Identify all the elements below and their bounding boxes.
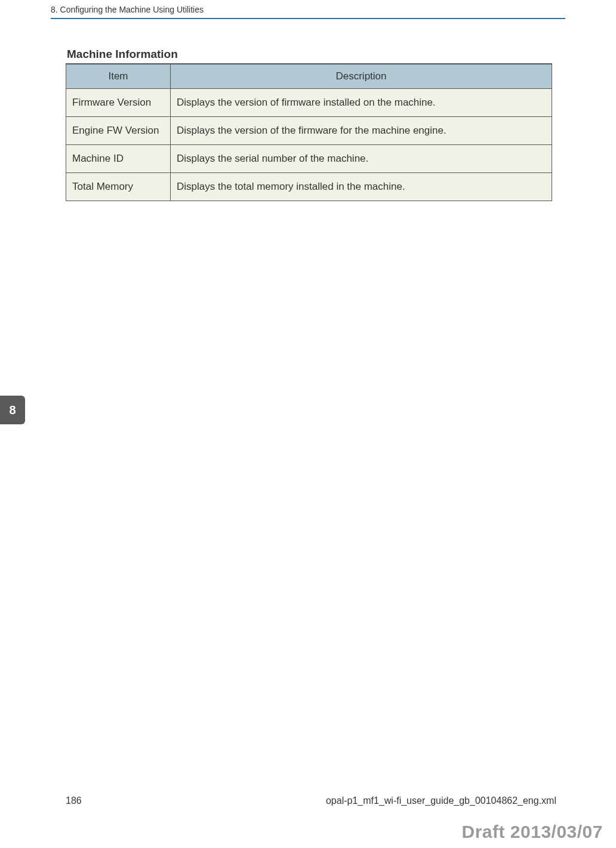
chapter-tab: 8 [0,396,25,424]
table-row: Firmware Version Displays the version of… [66,89,552,117]
cell-description: Displays the serial number of the machin… [171,145,552,173]
chapter-number: 8 [9,403,16,417]
table-row: Total Memory Displays the total memory i… [66,173,552,201]
table-row: Machine ID Displays the serial number of… [66,145,552,173]
column-header-item: Item [66,64,171,89]
footer-source-file: opal-p1_mf1_wi-fi_user_guide_gb_00104862… [326,795,556,806]
cell-item: Machine ID [66,145,171,173]
section-title-wrap: Machine Information [66,48,552,64]
column-header-description: Description [171,64,552,89]
draft-watermark: Draft 2013/03/07 [462,822,603,842]
table-row: Engine FW Version Displays the version o… [66,117,552,145]
cell-item: Total Memory [66,173,171,201]
section-title: Machine Information [66,48,552,62]
cell-description: Displays the version of firmware install… [171,89,552,117]
cell-item: Engine FW Version [66,117,171,145]
machine-info-table: Item Description Firmware Version Displa… [66,64,552,201]
main-content: Machine Information Item Description Fir… [66,48,552,201]
table-header-row: Item Description [66,64,552,89]
page-footer: 186 opal-p1_mf1_wi-fi_user_guide_gb_0010… [66,795,556,806]
cell-description: Displays the total memory installed in t… [171,173,552,201]
page-number: 186 [66,795,82,806]
cell-description: Displays the version of the firmware for… [171,117,552,145]
header-divider [51,18,565,19]
cell-item: Firmware Version [66,89,171,117]
running-header: 8. Configuring the Machine Using Utiliti… [51,5,204,14]
